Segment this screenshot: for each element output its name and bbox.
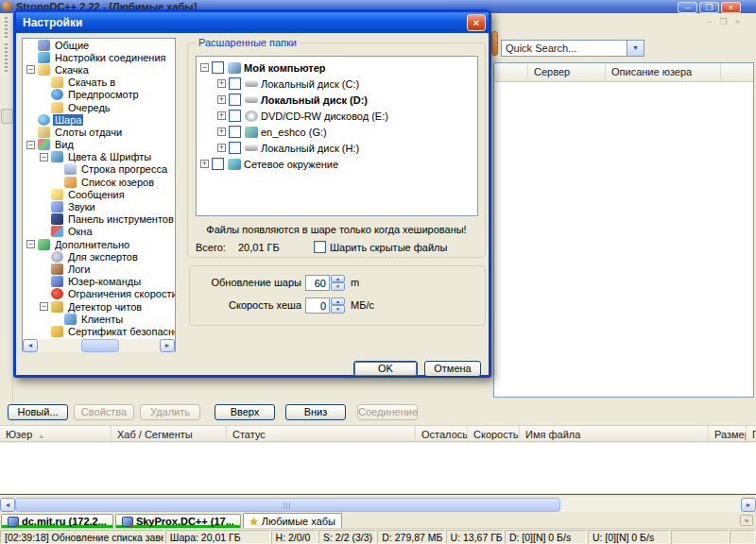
settings-dialog-titlebar[interactable]: Настройки ×: [16, 12, 489, 33]
spin-up-icon[interactable]: ▲: [331, 275, 345, 283]
cancel-button[interactable]: Отмена: [424, 361, 481, 377]
mdi-minimize-icon[interactable]: –: [703, 17, 715, 27]
tree-expander-icon[interactable]: +: [217, 79, 226, 88]
settings-category-tree[interactable]: ОбщиеНастройки соединения−СкачкаСкачать …: [22, 38, 176, 352]
scrollbar-thumb[interactable]: [15, 498, 560, 512]
checkbox-icon[interactable]: [229, 77, 241, 90]
checkbox-icon[interactable]: [314, 241, 326, 253]
maximize-icon[interactable]: ❐: [699, 2, 719, 13]
window-tab[interactable]: dc.mit.ru (172.2...: [1, 514, 113, 528]
window-tab[interactable]: ★Любимые хабы: [243, 513, 342, 528]
settings-tree-item[interactable]: Окна: [23, 226, 175, 238]
tab-overflow-icon[interactable]: »: [740, 515, 753, 526]
quick-search-input[interactable]: Quick Search...: [502, 41, 627, 56]
folder-tree-item[interactable]: +en_eshco (G:): [197, 124, 477, 140]
scroll-right-icon[interactable]: ►: [160, 339, 175, 352]
settings-tree-item[interactable]: Сообщения: [23, 188, 175, 200]
tree-expander-icon[interactable]: −: [26, 141, 35, 149]
spin-value-input[interactable]: 0: [305, 298, 330, 314]
folder-tree-item[interactable]: −Мой компьютер: [197, 60, 477, 76]
favorite-hubs-list[interactable]: СерверОписание юзера: [493, 62, 754, 398]
settings-tree-item[interactable]: −Скачка: [23, 63, 175, 76]
tree-expander-icon[interactable]: −: [26, 65, 35, 74]
folder-tree-item[interactable]: +Локальный диск (H:): [197, 140, 477, 156]
scroll-right-icon[interactable]: ►: [741, 498, 756, 512]
checkbox-icon[interactable]: [229, 126, 241, 138]
settings-tree-item[interactable]: Строка прогресса: [23, 163, 175, 176]
checkbox-icon[interactable]: [212, 158, 224, 170]
settings-tree-item[interactable]: −Цвета & Шрифты: [23, 151, 175, 163]
tree-expander-icon[interactable]: +: [217, 144, 226, 152]
scrollbar-thumb[interactable]: [81, 339, 119, 352]
settings-tree-item[interactable]: Предпросмотр: [23, 89, 175, 101]
transfers-column-header[interactable]: Г: [747, 426, 756, 441]
folder-tree-item[interactable]: +Сетевое окружение: [197, 156, 477, 172]
spin-value-input[interactable]: 60: [305, 275, 330, 291]
folder-tree-item[interactable]: +Локальный диск (C:): [197, 76, 477, 92]
settings-tree-item[interactable]: Юзер-команды: [23, 276, 175, 288]
transfers-column-header[interactable]: Хаб / Сегменты: [112, 426, 227, 441]
checkbox-icon[interactable]: [229, 142, 241, 154]
tree-expander-icon[interactable]: −: [40, 153, 48, 162]
hub-column-header[interactable]: [494, 63, 528, 81]
spin-down-icon[interactable]: ▼: [331, 305, 345, 314]
spin-down-icon[interactable]: ▼: [331, 282, 345, 291]
transfers-column-header[interactable]: Статус: [227, 426, 416, 441]
window-tab[interactable]: SkyProx.DC++ (17...: [115, 514, 241, 528]
checkbox-icon[interactable]: [229, 110, 241, 122]
favorites-button-новый[interactable]: Новый...: [8, 404, 68, 420]
settings-tree-item[interactable]: Сертификат безопасности: [23, 325, 175, 337]
settings-tree-item[interactable]: −Дополнительно: [23, 238, 175, 250]
splitter[interactable]: [0, 494, 756, 495]
settings-tree-item[interactable]: Клиенты: [23, 313, 175, 325]
settings-tree-item[interactable]: Звуки: [23, 200, 175, 212]
folder-tree-item[interactable]: +Локальный диск (D:): [197, 92, 477, 108]
shared-folders-tree[interactable]: −Мой компьютер+Локальный диск (C:)+Локал…: [196, 56, 478, 216]
settings-tree-item[interactable]: Скачать в: [23, 76, 175, 89]
share-hidden-files-option[interactable]: Шарить скрытые файлы: [314, 241, 447, 253]
transfers-column-header[interactable]: Юзер▲: [0, 426, 112, 441]
favorites-button-вниз[interactable]: Вниз: [285, 404, 346, 420]
transfers-column-header[interactable]: Осталось: [416, 426, 468, 441]
tree-expander-icon[interactable]: −: [200, 63, 209, 72]
hub-column-header[interactable]: Описание юзера: [606, 63, 721, 81]
chevron-down-icon[interactable]: ▼: [627, 41, 644, 56]
favorites-button-вверх[interactable]: Вверх: [215, 404, 275, 420]
horizontal-scrollbar[interactable]: ◄ ►: [0, 498, 756, 512]
close-icon[interactable]: ×: [721, 2, 741, 13]
transfers-column-header[interactable]: Размер: [709, 426, 747, 441]
quick-search-combobox[interactable]: Quick Search... ▼: [501, 40, 644, 57]
spin-up-icon[interactable]: ▲: [331, 298, 345, 306]
mdi-close-icon[interactable]: ×: [731, 17, 744, 27]
settings-tree-item[interactable]: −Вид: [23, 139, 175, 151]
tree-expander-icon[interactable]: +: [200, 160, 209, 168]
settings-tree-item[interactable]: Панель инструментов: [23, 213, 175, 226]
transfers-column-header[interactable]: Имя файла: [520, 426, 709, 441]
toolbar-collapsed-button[interactable]: [1, 109, 13, 124]
toolbar-gripper[interactable]: [5, 43, 8, 74]
folder-tree-item[interactable]: +DVD/CD-RW дисковод (E:): [197, 108, 477, 124]
toolbar-gripper[interactable]: [5, 17, 8, 40]
settings-tree-item[interactable]: −Детектор читов: [23, 300, 175, 313]
hub-column-header[interactable]: Сервер: [528, 63, 606, 81]
hub-column-header[interactable]: [721, 63, 753, 81]
scroll-left-icon[interactable]: ◄: [0, 498, 15, 512]
settings-tree-item[interactable]: Шара: [23, 113, 175, 126]
checkbox-icon[interactable]: [212, 61, 224, 74]
settings-tree-item[interactable]: Ограничения скорости: [23, 288, 175, 300]
tree-expander-icon[interactable]: −: [40, 302, 48, 311]
settings-tree-item[interactable]: Список юзеров: [23, 176, 175, 188]
minimize-icon[interactable]: –: [678, 2, 697, 13]
dialog-close-icon[interactable]: ×: [467, 14, 486, 31]
scroll-left-icon[interactable]: ◄: [23, 339, 38, 352]
tree-expander-icon[interactable]: +: [217, 95, 226, 104]
settings-tree-item[interactable]: Для экспертов: [23, 250, 175, 263]
tree-expander-icon[interactable]: +: [217, 128, 226, 136]
transfers-list[interactable]: [0, 443, 756, 493]
transfers-column-header[interactable]: Скорость: [468, 426, 520, 441]
tree-expander-icon[interactable]: −: [26, 240, 35, 248]
tree-expander-icon[interactable]: +: [217, 111, 226, 120]
settings-tree-item[interactable]: Слоты отдачи: [23, 126, 175, 138]
settings-tree-item[interactable]: Логи: [23, 263, 175, 275]
settings-tree-item[interactable]: Настройки соединения: [23, 51, 175, 63]
